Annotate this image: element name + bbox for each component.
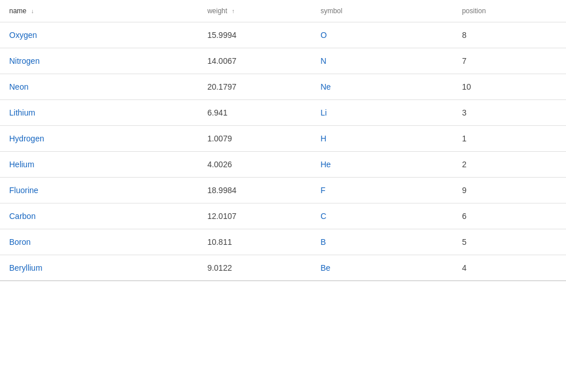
cell-position: 4 [453, 255, 566, 281]
cell-name[interactable]: Neon [0, 74, 198, 100]
cell-name[interactable]: Helium [0, 152, 198, 178]
table-row: Lithium6.941Li3 [0, 100, 566, 126]
cell-name[interactable]: Nitrogen [0, 48, 198, 74]
elements-table: name ↓ weight ↑ symbol position [0, 0, 566, 281]
cell-name[interactable]: Hydrogen [0, 126, 198, 152]
cell-weight: 10.811 [198, 229, 311, 255]
weight-sort-indicator: weight ↑ [207, 7, 235, 15]
cell-name[interactable]: Lithium [0, 100, 198, 126]
col-weight-label: weight [207, 7, 227, 15]
table-row: Oxygen15.9994O8 [0, 22, 566, 48]
cell-symbol: Be [311, 255, 453, 281]
cell-weight: 9.0122 [198, 255, 311, 281]
cell-position: 5 [453, 229, 566, 255]
cell-position: 1 [453, 126, 566, 152]
cell-name[interactable]: Beryllium [0, 255, 198, 281]
table-row: Helium4.0026He2 [0, 152, 566, 178]
cell-symbol: C [311, 203, 453, 229]
cell-symbol: H [311, 126, 453, 152]
cell-name[interactable]: Fluorine [0, 178, 198, 203]
cell-position: 7 [453, 48, 566, 74]
col-header-position[interactable]: position [453, 0, 566, 22]
col-header-symbol[interactable]: symbol [311, 0, 453, 22]
cell-symbol: He [311, 152, 453, 178]
col-symbol-label: symbol [320, 7, 342, 15]
table-container: name ↓ weight ↑ symbol position [0, 0, 566, 392]
table-row: Carbon12.0107C6 [0, 203, 566, 229]
cell-symbol: B [311, 229, 453, 255]
table-row: Nitrogen14.0067N7 [0, 48, 566, 74]
cell-position: 8 [453, 22, 566, 48]
cell-weight: 12.0107 [198, 203, 311, 229]
cell-name[interactable]: Carbon [0, 203, 198, 229]
cell-weight: 20.1797 [198, 74, 311, 100]
name-sort-indicator: name ↓ [9, 7, 34, 15]
table-header-row: name ↓ weight ↑ symbol position [0, 0, 566, 22]
cell-weight: 15.9994 [198, 22, 311, 48]
cell-position: 3 [453, 100, 566, 126]
col-header-weight[interactable]: weight ↑ [198, 0, 311, 22]
table-row: Beryllium9.0122Be4 [0, 255, 566, 281]
cell-symbol: N [311, 48, 453, 74]
cell-symbol: F [311, 178, 453, 203]
cell-name[interactable]: Boron [0, 229, 198, 255]
table-row: Neon20.1797Ne10 [0, 74, 566, 100]
table-row: Fluorine18.9984F9 [0, 178, 566, 203]
cell-weight: 1.0079 [198, 126, 311, 152]
table-row: Hydrogen1.0079H1 [0, 126, 566, 152]
table-row: Boron10.811B5 [0, 229, 566, 255]
cell-position: 6 [453, 203, 566, 229]
cell-position: 2 [453, 152, 566, 178]
cell-weight: 18.9984 [198, 178, 311, 203]
cell-symbol: O [311, 22, 453, 48]
cell-name[interactable]: Oxygen [0, 22, 198, 48]
cell-weight: 6.941 [198, 100, 311, 126]
cell-position: 10 [453, 74, 566, 100]
cell-position: 9 [453, 178, 566, 203]
cell-weight: 14.0067 [198, 48, 311, 74]
col-position-label: position [462, 7, 485, 15]
col-name-label: name [9, 7, 26, 15]
cell-symbol: Ne [311, 74, 453, 100]
name-sort-arrow: ↓ [31, 8, 34, 14]
weight-sort-arrow: ↑ [232, 8, 235, 14]
cell-weight: 4.0026 [198, 152, 311, 178]
cell-symbol: Li [311, 100, 453, 126]
col-header-name[interactable]: name ↓ [0, 0, 198, 22]
